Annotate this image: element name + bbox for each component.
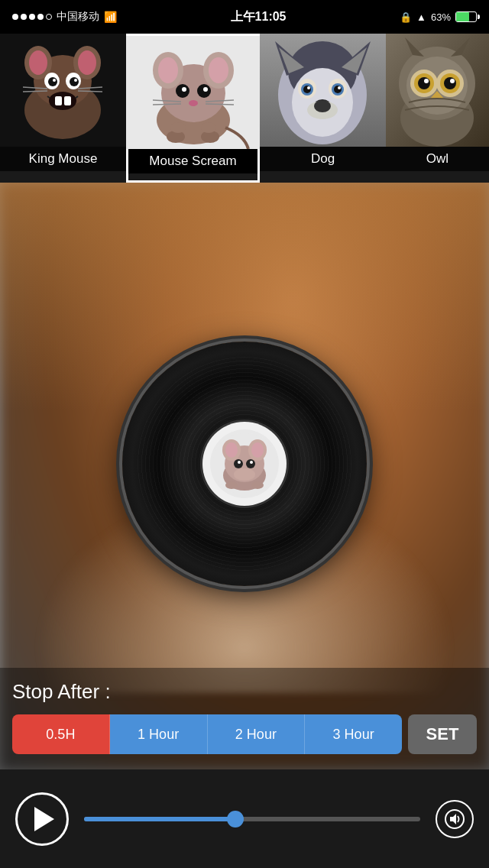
- battery-fill: [456, 12, 469, 21]
- svg-point-32: [203, 87, 208, 92]
- svg-point-83: [238, 461, 241, 464]
- svg-marker-90: [450, 814, 456, 824]
- vinyl-center: [202, 422, 287, 506]
- svg-point-69: [418, 77, 430, 89]
- king-mouse-label: King Mouse: [0, 147, 126, 171]
- owl-svg: [386, 34, 489, 147]
- svg-point-53: [334, 86, 342, 93]
- mouse-scream-image: [126, 36, 260, 149]
- carrier-label: 中国移动: [57, 10, 99, 24]
- time-buttons: 0.5H 1 Hour 2 Hour 3 Hour: [12, 714, 402, 754]
- svg-point-33: [189, 100, 198, 106]
- location-icon: ▲: [416, 11, 426, 23]
- signal-dot-5: [46, 14, 52, 20]
- vinyl-center-inner: [210, 429, 279, 498]
- svg-point-72: [450, 79, 455, 83]
- signal-dot-4: [37, 14, 44, 20]
- dog-image: [260, 34, 386, 147]
- battery-percent: 63%: [431, 11, 451, 23]
- status-right: 🔒 ▲ 63%: [400, 11, 477, 23]
- animal-item-mouse-scream[interactable]: Mouse Scream: [126, 34, 260, 183]
- main-content: Stop After : 0.5H 1 Hour 2 Hour 3 Hour S…: [0, 183, 489, 769]
- svg-point-78: [225, 442, 238, 458]
- svg-point-71: [424, 79, 429, 83]
- svg-line-19: [78, 91, 102, 92]
- svg-point-87: [225, 481, 238, 489]
- battery-icon: [455, 11, 477, 22]
- svg-point-39: [201, 122, 216, 133]
- animal-item-dog[interactable]: Dog: [260, 34, 386, 183]
- animal-item-king-mouse[interactable]: King Mouse: [0, 34, 126, 183]
- svg-point-70: [444, 77, 456, 89]
- svg-point-4: [29, 50, 47, 75]
- svg-point-6: [78, 50, 96, 75]
- svg-point-31: [182, 87, 186, 92]
- svg-point-13: [49, 92, 76, 110]
- animal-item-owl[interactable]: Owl: [386, 34, 489, 183]
- signal-dot-1: [12, 14, 18, 20]
- time-btn-3h[interactable]: 3 Hour: [305, 714, 402, 754]
- signal-dot-3: [29, 14, 35, 20]
- svg-point-26: [158, 57, 178, 83]
- progress-bar[interactable]: [84, 817, 420, 821]
- svg-point-88: [251, 481, 264, 489]
- king-mouse-svg: [0, 34, 126, 147]
- svg-line-37: [206, 104, 234, 105]
- svg-point-38: [170, 122, 186, 133]
- time-btn-2h[interactable]: 2 Hour: [208, 714, 306, 754]
- svg-point-28: [209, 57, 228, 83]
- dog-svg: [260, 34, 386, 147]
- signal-dot-2: [21, 14, 27, 20]
- player-bar: [0, 769, 489, 868]
- clock: 上午11:05: [231, 9, 287, 25]
- vinyl-record[interactable]: [122, 342, 367, 586]
- svg-point-10: [70, 77, 79, 86]
- svg-point-82: [246, 459, 255, 468]
- svg-line-17: [23, 91, 47, 92]
- mouse-scream-svg: [126, 36, 260, 149]
- svg-point-55: [338, 86, 341, 89]
- time-btn-1h[interactable]: 1 Hour: [110, 714, 208, 754]
- svg-point-54: [307, 86, 310, 89]
- svg-point-84: [250, 461, 253, 464]
- svg-point-9: [48, 77, 57, 86]
- set-button[interactable]: SET: [408, 714, 477, 754]
- svg-point-52: [303, 86, 311, 93]
- owl-label: Owl: [386, 147, 489, 171]
- svg-point-11: [53, 79, 56, 82]
- status-left: 中国移动 📶: [12, 10, 117, 24]
- time-btn-0.5h[interactable]: 0.5H: [12, 714, 110, 754]
- status-bar: 中国移动 📶 上午11:05 🔒 ▲ 63%: [0, 0, 489, 34]
- stop-after-controls: 0.5H 1 Hour 2 Hour 3 Hour SET: [12, 714, 477, 754]
- mouse-scream-label: Mouse Scream: [128, 149, 257, 173]
- play-button[interactable]: [15, 792, 69, 846]
- volume-button[interactable]: [436, 800, 474, 838]
- svg-point-12: [74, 79, 77, 82]
- vinyl-outer: [122, 342, 367, 586]
- lock-icon: 🔒: [400, 11, 412, 23]
- svg-point-80: [251, 442, 264, 458]
- progress-fill: [84, 817, 235, 821]
- svg-point-58: [314, 100, 331, 112]
- animal-selector: King Mouse: [0, 34, 489, 183]
- vinyl-mouse-svg: [212, 433, 277, 494]
- dog-label: Dog: [260, 147, 386, 171]
- owl-image: [386, 34, 489, 147]
- king-mouse-image: [0, 34, 126, 147]
- svg-line-35: [153, 104, 181, 105]
- svg-point-86: [234, 468, 255, 481]
- svg-rect-14: [55, 96, 62, 105]
- svg-point-81: [234, 459, 243, 468]
- stop-after-section: Stop After : 0.5H 1 Hour 2 Hour 3 Hour S…: [0, 668, 489, 769]
- play-icon: [34, 807, 54, 831]
- wifi-icon: 📶: [104, 11, 117, 23]
- stop-after-label: Stop After :: [12, 680, 477, 704]
- signal-dots: [12, 14, 52, 20]
- svg-rect-15: [64, 96, 71, 105]
- volume-icon: [444, 808, 465, 830]
- progress-thumb[interactable]: [227, 811, 244, 828]
